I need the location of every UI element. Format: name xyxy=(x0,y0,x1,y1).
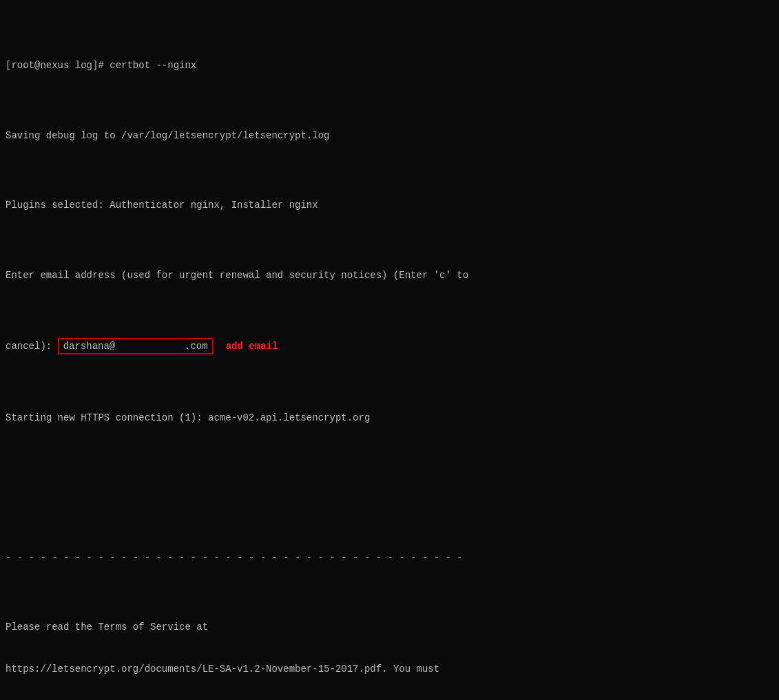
terminal-separator: - - - - - - - - - - - - - - - - - - - - … xyxy=(6,551,773,564)
terminal-line: https://letsencrypt.org/documents/LE-SA-… xyxy=(6,662,773,676)
add-email-annotation: add email xyxy=(226,339,278,353)
terminal: [root@nexus log]# certbot --nginx Saving… xyxy=(6,3,773,700)
terminal-line: Enter email address (used for urgent ren… xyxy=(6,268,773,282)
email-input-box[interactable]: darshana@ .com xyxy=(58,338,214,354)
email-input-line: cancel): darshana@ .com add email xyxy=(6,338,773,354)
prompt: [root@nexus log]# xyxy=(6,60,104,71)
terminal-line: [root@nexus log]# certbot --nginx xyxy=(6,59,773,72)
terminal-line: Starting new HTTPS connection (1): acme-… xyxy=(6,411,773,425)
terminal-line: Please read the Terms of Service at xyxy=(6,620,773,634)
terminal-line: Plugins selected: Authenticator nginx, I… xyxy=(6,198,773,212)
command: certbot --nginx xyxy=(104,60,196,71)
cancel-prefix: cancel): xyxy=(6,339,58,353)
terminal-line: Saving debug log to /var/log/letsencrypt… xyxy=(6,129,773,142)
terminal-blank xyxy=(6,480,773,494)
